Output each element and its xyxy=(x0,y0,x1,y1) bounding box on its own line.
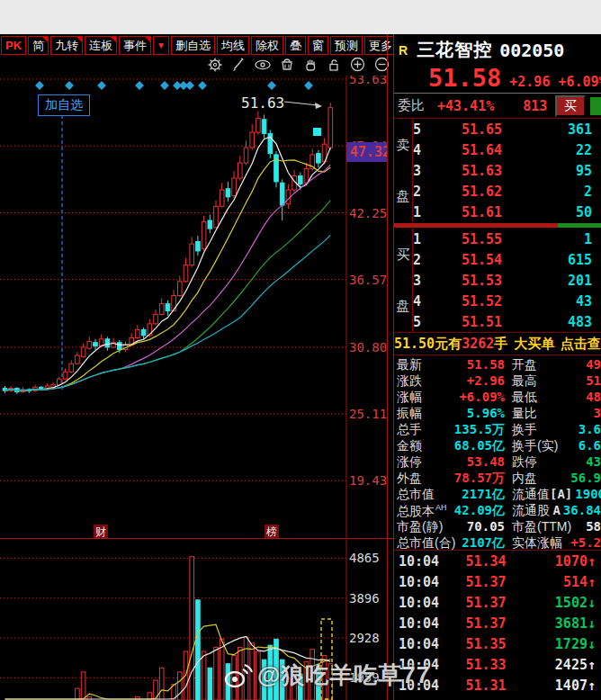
signal-diamonds xyxy=(35,81,313,90)
big-order-alert[interactable]: 51.50 元有 3262 手 大买单 点击查 xyxy=(394,332,601,355)
bid-price: 51.55 xyxy=(429,231,534,247)
sell-button[interactable] xyxy=(590,97,601,115)
main-candlestick-chart[interactable]: 53.6347.9442.2536.5730.8025.1119.4351.63… xyxy=(0,76,387,539)
ask-row[interactable]: 251.622 xyxy=(413,181,601,202)
stat-label: 量比 xyxy=(512,406,537,422)
toolbar-button-shijian[interactable]: 事件 xyxy=(119,36,151,55)
ask-row[interactable]: 551.65361 xyxy=(413,119,601,139)
toolbar-button-junxian[interactable]: 均线 xyxy=(217,36,249,55)
toolbar-button-gengduo[interactable]: 更多 xyxy=(364,36,397,55)
hand-drag-icon[interactable] xyxy=(302,57,318,73)
stat-row: 市盈(静)70.05市盈(TTM)58 xyxy=(394,519,601,535)
tick-volume: 1407↑ xyxy=(533,678,601,694)
stat-value: 70.05 xyxy=(467,519,509,535)
stat-right: 跌停43 xyxy=(509,454,601,471)
stat-value: 48 xyxy=(586,390,601,406)
price-axis-label: 25.11 xyxy=(349,407,387,421)
volume-axis-label: 1959 xyxy=(349,670,380,685)
ask-row[interactable]: 351.6395 xyxy=(413,160,601,181)
tick-volume: 3681↓ xyxy=(533,615,601,632)
unlock-icon[interactable] xyxy=(326,57,342,73)
tick-price: 51.34 xyxy=(439,553,533,570)
ask-price: 51.61 xyxy=(429,204,534,220)
stat-value: 135.5万 xyxy=(454,422,509,438)
bid-row[interactable]: 251.54615 xyxy=(413,249,601,270)
toolbar-button-del-watchlist[interactable]: 删自选 xyxy=(171,36,215,55)
bid-row[interactable]: 451.5243 xyxy=(413,291,601,311)
stat-label: 市盈(TTM) xyxy=(512,519,571,535)
tick-time: 10:04 xyxy=(399,553,439,570)
big-order-text3: 大买单 xyxy=(514,336,554,353)
stat-value: 2171亿 xyxy=(462,487,509,503)
toolbar-button-jiuzhuan[interactable]: 九转 xyxy=(50,36,83,55)
stat-row: 涨幅+6.09%最低48 xyxy=(394,390,601,406)
stat-right: 换手3.6 xyxy=(509,422,601,438)
stat-left: 外盘78.57万 xyxy=(394,471,509,487)
tick-volume: 2425↑ xyxy=(533,657,601,673)
toolbar-button-lianban[interactable]: 连板 xyxy=(85,36,117,55)
stat-value: 56.9 xyxy=(570,471,601,487)
tick-price: 51.35 xyxy=(439,636,533,652)
high-price-label: 51.63 xyxy=(241,94,284,112)
stats-grid: 最新51.58开盘49涨跌+2.96最高51涨幅+6.09%最低48振幅5.96… xyxy=(394,355,601,550)
add-watchlist-button[interactable]: 加自选 xyxy=(38,94,90,116)
weibi-label: 委比 xyxy=(398,97,425,114)
ma-lines-group xyxy=(5,137,331,390)
finance-tab-badge[interactable]: 财 xyxy=(94,525,108,539)
stat-right: 流通股A36.84 xyxy=(509,503,601,519)
stat-left: 总市值2171亿 xyxy=(394,487,509,503)
bid-row[interactable]: 551.51483 xyxy=(413,311,601,332)
toolbar-button-die[interactable]: 叠 xyxy=(285,36,306,55)
bid-level: 2 xyxy=(413,252,429,268)
volume-bars-group xyxy=(76,557,333,700)
stat-row: 最新51.58开盘49 xyxy=(394,357,601,373)
stat-row: 金额68.05亿换手(实)6.6 xyxy=(394,438,601,454)
stat-value: 6.6 xyxy=(579,438,601,454)
corner-notch xyxy=(42,37,48,42)
tick-row: 10:0451.341070↑ xyxy=(394,551,601,571)
toolbar-button-jian[interactable]: 简 xyxy=(28,36,49,55)
bid-price: 51.53 xyxy=(429,273,534,289)
volume-axis-label: 2928 xyxy=(349,631,380,645)
stat-row: 总市值2171亿流通值[A]1900 xyxy=(394,487,601,503)
stat-label: 内盘 xyxy=(512,471,537,487)
bid-row[interactable]: 151.551 xyxy=(413,229,601,249)
corner-notch xyxy=(145,37,150,42)
trash-basket-icon[interactable] xyxy=(279,57,295,73)
bid-volume: 43 xyxy=(534,293,601,310)
toolbar-button-pk[interactable]: PK xyxy=(1,36,26,55)
tick-row: 10:0451.371502↓ xyxy=(394,592,601,613)
toolbar-button-dropdown-1[interactable]: ▼ xyxy=(153,36,169,55)
stat-right: 流通值[A]1900 xyxy=(509,487,601,503)
stat-value-prefix: [A] xyxy=(550,487,572,501)
buy-button[interactable]: 买 xyxy=(555,95,586,117)
stat-value: 78.57万 xyxy=(454,471,509,487)
pen-icon[interactable] xyxy=(230,57,247,73)
price-change-pct: +6.09% xyxy=(558,74,601,90)
bid-volume: 615 xyxy=(534,252,601,268)
toolbar-button-chuquan[interactable]: 除权 xyxy=(251,36,283,55)
stat-label: 总股本AH xyxy=(397,503,447,519)
bid-row[interactable]: 351.53201 xyxy=(413,270,601,291)
price-axis-label: 19.43 xyxy=(349,473,387,488)
chart-tool-icons xyxy=(207,56,390,73)
stat-label: 总市值 xyxy=(397,487,435,503)
zoom-out-icon[interactable] xyxy=(373,56,390,73)
tick-row: 10:0451.37514↑ xyxy=(394,571,601,592)
rank-tab-badge[interactable]: 榜 xyxy=(265,525,279,539)
eye-icon[interactable] xyxy=(254,57,272,73)
toolbar-button-chuang[interactable]: 窗 xyxy=(308,36,328,55)
stat-value: 43 xyxy=(586,454,601,471)
stat-label-sup: AH xyxy=(435,503,447,512)
stat-right: 最低48 xyxy=(509,390,601,406)
stat-label: 涨幅 xyxy=(397,390,422,406)
toolbar-button-yuce[interactable]: 预测 xyxy=(330,36,363,55)
ask-row[interactable]: 151.6150 xyxy=(413,202,601,222)
ask-row[interactable]: 451.6422 xyxy=(413,139,601,160)
stat-value: 3.6 xyxy=(579,422,601,438)
bid-price: 51.51 xyxy=(429,314,534,330)
volume-bar-chart[interactable]: 4865389629281959 xyxy=(0,540,387,700)
gear-icon[interactable] xyxy=(207,57,223,73)
zoom-in-icon[interactable] xyxy=(349,56,366,73)
tick-row: 10:0451.311407↑ xyxy=(394,675,601,696)
